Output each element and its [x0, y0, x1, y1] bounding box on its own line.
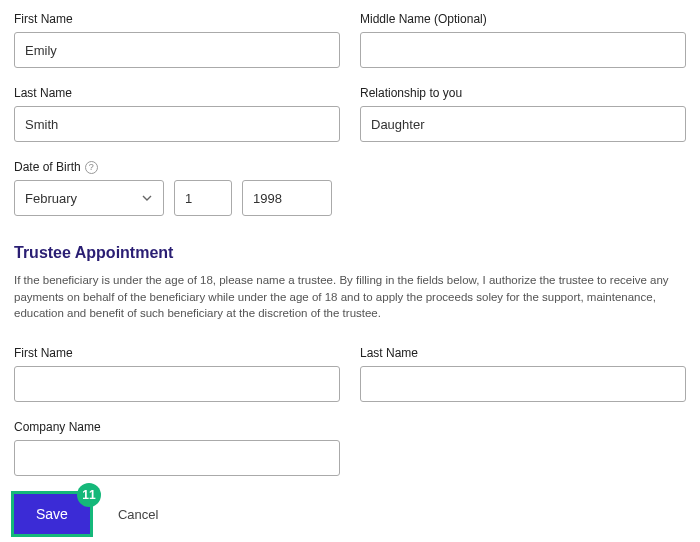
middle-name-label: Middle Name (Optional)	[360, 12, 686, 26]
last-name-label: Last Name	[14, 86, 340, 100]
dob-month-value: February	[25, 191, 77, 206]
help-icon[interactable]: ?	[85, 161, 98, 174]
trustee-last-name-label: Last Name	[360, 346, 686, 360]
trustee-first-name-input[interactable]	[14, 366, 340, 402]
trustee-description: If the beneficiary is under the age of 1…	[14, 272, 686, 322]
last-name-input[interactable]	[14, 106, 340, 142]
dob-month-select[interactable]: February	[14, 180, 164, 216]
middle-name-input[interactable]	[360, 32, 686, 68]
trustee-heading: Trustee Appointment	[14, 244, 686, 262]
company-name-label: Company Name	[14, 420, 340, 434]
company-name-input[interactable]	[14, 440, 340, 476]
dob-year-input[interactable]	[242, 180, 332, 216]
chevron-down-icon	[141, 192, 153, 204]
trustee-last-name-input[interactable]	[360, 366, 686, 402]
dob-day-input[interactable]	[174, 180, 232, 216]
step-badge: 11	[77, 483, 101, 507]
first-name-label: First Name	[14, 12, 340, 26]
dob-label: Date of Birth	[14, 160, 81, 174]
first-name-input[interactable]	[14, 32, 340, 68]
cancel-button[interactable]: Cancel	[118, 507, 158, 522]
trustee-first-name-label: First Name	[14, 346, 340, 360]
relationship-label: Relationship to you	[360, 86, 686, 100]
relationship-input[interactable]	[360, 106, 686, 142]
